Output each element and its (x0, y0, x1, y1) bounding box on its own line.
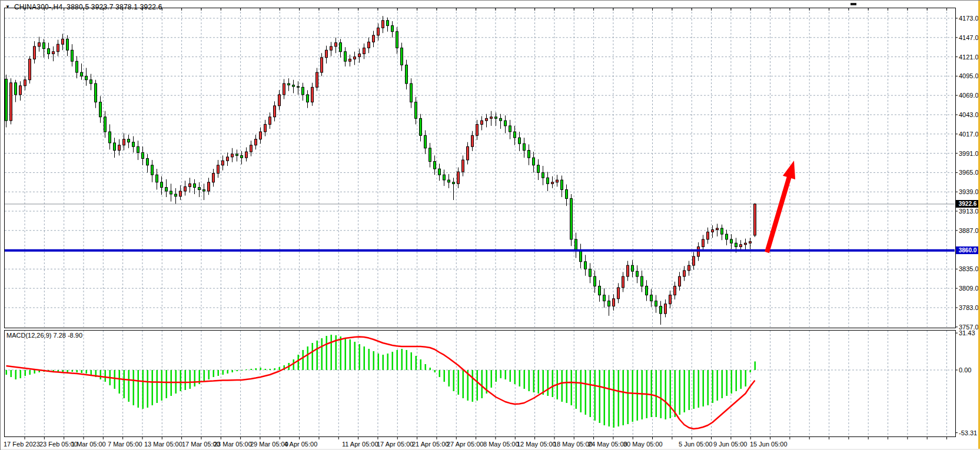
symbol-timeframe-label: CHINA300-,H4 (14, 3, 62, 11)
time-axis-label: 13 Mar 05:00 (144, 441, 182, 448)
price-axis-label: 3939.0 (959, 188, 979, 195)
chart-canvas[interactable] (1, 1, 980, 450)
hline-price-badge[interactable]: 3860.0 (956, 246, 979, 254)
time-axis-label: 15 Jun 05:00 (750, 441, 788, 448)
price-axis-label: 4147.0 (959, 34, 979, 41)
macd-indicator-label: MACD(12,26,9) 7.28 -8.90 (6, 332, 82, 339)
macd-axis-label: 31.43 (959, 329, 975, 336)
price-axis-label: 3809.0 (959, 285, 979, 292)
time-axis-label: 17 Apr 05:00 (377, 441, 413, 448)
symbol-dropdown-icon[interactable]: ▼ (5, 4, 10, 10)
ohlc-values-label: 3880.5 3923.7 3878.1 3922.6 (67, 3, 162, 11)
time-axis-label: 1 Mar 05:00 (71, 441, 106, 448)
time-axis-label: 5 Jun 05:00 (679, 441, 713, 448)
price-axis-label: 3835.0 (959, 265, 979, 272)
time-axis-label: 12 May 05:00 (517, 441, 556, 448)
time-axis-label: 11 Apr 05:00 (342, 441, 378, 448)
price-axis-label: 3965.0 (959, 169, 979, 176)
time-axis-label: 30 May 05:00 (623, 441, 663, 448)
time-axis-label: 23 Mar 05:00 (214, 441, 252, 448)
price-axis-label: 4043.0 (959, 111, 979, 118)
time-axis-label: 18 May 05:00 (553, 441, 593, 448)
price-axis-label: 3783.0 (959, 304, 979, 311)
macd-axis-label: 0.00 (959, 366, 971, 374)
price-axis-label: 4095.0 (959, 72, 979, 79)
price-axis-label: 4173.0 (959, 15, 979, 22)
minimize-dash-icon (851, 3, 856, 5)
time-axis-label: 8 May 05:00 (483, 441, 519, 448)
time-axis-label: 27 Apr 05:00 (447, 441, 483, 448)
time-axis-label: 21 Apr 05:00 (412, 441, 449, 448)
price-axis-label: 4069.0 (959, 92, 979, 99)
price-axis-label: 3887.0 (959, 227, 979, 234)
price-axis-label: 3913.0 (959, 208, 979, 215)
price-axis-label: 4017.0 (959, 131, 979, 138)
time-axis-label: 24 May 05:00 (588, 441, 627, 448)
time-axis-label: 9 Jun 05:00 (713, 441, 748, 448)
time-axis-label: 17 Feb 2023 (4, 441, 40, 448)
current-price-badge: 3922.6 (956, 200, 979, 208)
price-axis-label: 4121.0 (959, 54, 979, 61)
symbol-header: ▼ CHINA300-,H4 3880.5 3923.7 3878.1 3922… (5, 3, 162, 11)
price-axis-label: 3991.0 (959, 150, 979, 157)
time-axis-label: 7 Mar 05:00 (108, 441, 142, 448)
time-axis-label: 4 Apr 05:00 (284, 441, 317, 448)
chart-window: ▼ CHINA300-,H4 3880.5 3923.7 3878.1 3922… (0, 0, 980, 450)
time-axis-label: 29 Mar 05:00 (250, 441, 288, 448)
macd-axis-label: -53.31 (959, 429, 977, 436)
